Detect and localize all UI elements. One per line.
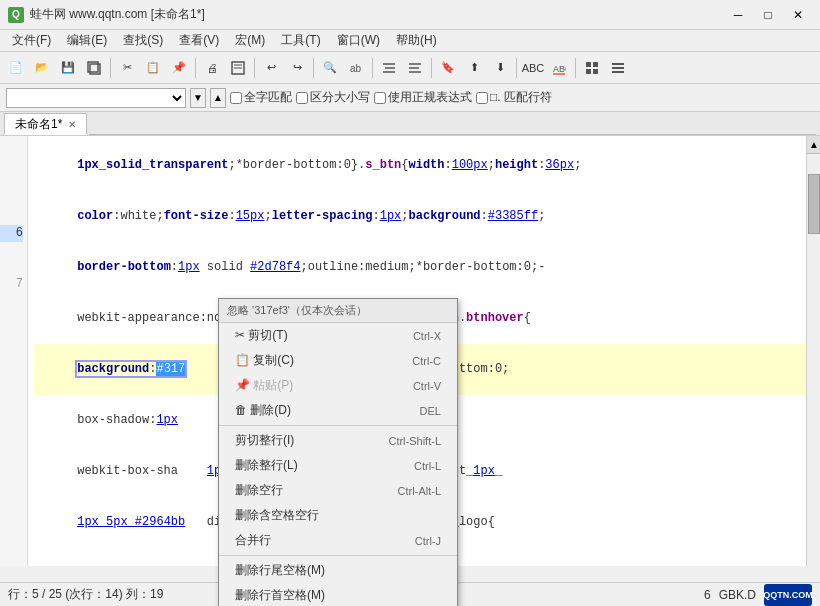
menu-window[interactable]: 窗口(W) — [329, 30, 388, 51]
menu-find[interactable]: 查找(S) — [115, 30, 171, 51]
ctx-sep-1 — [219, 425, 457, 426]
line-numbers: 6 7 — [0, 136, 28, 566]
svg-rect-15 — [593, 62, 598, 67]
spell-button[interactable]: ABC — [521, 56, 545, 80]
ctx-del-line[interactable]: 删除整行(L) Ctrl-L — [219, 453, 457, 478]
prev-bookmark-button[interactable]: ⬆ — [462, 56, 486, 80]
tab-label: 未命名1* — [15, 116, 62, 133]
line-number — [0, 480, 23, 497]
ctx-del-trail-space[interactable]: 删除行尾空格(M) — [219, 558, 457, 583]
window-controls: ─ □ ✕ — [724, 5, 812, 25]
toolbar-sep-1 — [110, 58, 111, 78]
save-all-button[interactable] — [82, 56, 106, 80]
context-menu: 忽略 '317ef3'（仅本次会话） ✂ 剪切(T) Ctrl-X 📋 复制(C… — [218, 298, 458, 606]
svg-text:ab: ab — [350, 63, 362, 74]
menu-macro[interactable]: 宏(M) — [227, 30, 273, 51]
new-button[interactable]: 📄 — [4, 56, 28, 80]
regex-check-label[interactable]: 使用正规表达式 — [374, 89, 472, 106]
replace-button[interactable]: ab — [344, 56, 368, 80]
search-up-button[interactable]: ▲ — [210, 88, 226, 108]
menu-help[interactable]: 帮助(H) — [388, 30, 445, 51]
ctx-copy[interactable]: 📋 复制(C) Ctrl-C — [219, 348, 457, 373]
maximize-button[interactable]: □ — [754, 5, 782, 25]
copy-button[interactable]: 📋 — [141, 56, 165, 80]
outdent-button[interactable] — [403, 56, 427, 80]
grid-view-button[interactable] — [580, 56, 604, 80]
line-number — [0, 208, 23, 225]
line-number — [0, 463, 23, 480]
search-dropdown[interactable] — [6, 88, 186, 108]
toolbar-sep-4 — [313, 58, 314, 78]
title-bar: Q 蛙牛网 www.qqtn.com [未命名1*] ─ □ ✕ — [0, 0, 820, 30]
vertical-scrollbar[interactable]: ▲ — [806, 136, 820, 566]
list-view-button[interactable] — [606, 56, 630, 80]
save-button[interactable]: 💾 — [56, 56, 80, 80]
next-bookmark-button[interactable]: ⬇ — [488, 56, 512, 80]
menu-tools[interactable]: 工具(T) — [273, 30, 328, 51]
case-checkbox[interactable] — [296, 92, 308, 104]
menu-view[interactable]: 查看(V) — [171, 30, 227, 51]
ctx-delete[interactable]: 🗑 删除(D) DEL — [219, 398, 457, 423]
ctx-del-space-empty[interactable]: 删除含空格空行 — [219, 503, 457, 528]
undo-button[interactable]: ↩ — [259, 56, 283, 80]
toolbar-sep-8 — [575, 58, 576, 78]
line-number — [0, 310, 23, 327]
minimize-button[interactable]: ─ — [724, 5, 752, 25]
toolbar-sep-7 — [516, 58, 517, 78]
paste-button[interactable]: 📌 — [167, 56, 191, 80]
line-number — [0, 395, 23, 412]
toolbar-sep-2 — [195, 58, 196, 78]
line-number: 7 — [0, 276, 23, 293]
ctx-cut-line[interactable]: 剪切整行(I) Ctrl-Shift-L — [219, 428, 457, 453]
line-number — [0, 174, 23, 191]
dotmatch-check-label[interactable]: □. 匹配行符 — [476, 89, 552, 106]
dotmatch-checkbox[interactable] — [476, 92, 488, 104]
print-preview-button[interactable] — [226, 56, 250, 80]
ctx-del-empty[interactable]: 删除空行 Ctrl-Alt-L — [219, 478, 457, 503]
line-number — [0, 361, 23, 378]
fullword-check-label[interactable]: 全字匹配 — [230, 89, 292, 106]
toolbar-sep-3 — [254, 58, 255, 78]
menu-edit[interactable]: 编辑(E) — [59, 30, 115, 51]
svg-rect-17 — [593, 69, 598, 74]
line-number — [0, 429, 23, 446]
ctx-paste: 📌 粘贴(P) Ctrl-V — [219, 373, 457, 398]
bookmark-button[interactable]: 🔖 — [436, 56, 460, 80]
status-number: 6 — [704, 588, 711, 602]
line-number — [0, 242, 23, 259]
tab-close-button[interactable]: ✕ — [68, 119, 76, 130]
status-left: 行：5 / 25 (次行：14) 列：19 — [8, 586, 163, 603]
line-number — [0, 157, 23, 174]
ctx-cut[interactable]: ✂ 剪切(T) Ctrl-X — [219, 323, 457, 348]
redo-button[interactable]: ↪ — [285, 56, 309, 80]
spell2-button[interactable]: ABC — [547, 56, 571, 80]
fullword-checkbox[interactable] — [230, 92, 242, 104]
menu-file[interactable]: 文件(F) — [4, 30, 59, 51]
app-icon: Q — [8, 7, 24, 23]
close-button[interactable]: ✕ — [784, 5, 812, 25]
ctx-merge[interactable]: 合并行 Ctrl-J — [219, 528, 457, 553]
tab-unnamed1[interactable]: 未命名1* ✕ — [4, 113, 87, 135]
title-bar-left: Q 蛙牛网 www.qqtn.com [未命名1*] — [8, 6, 205, 23]
search-bar: ▼ ▲ 全字匹配 区分大小写 使用正规表达式 □. 匹配行符 — [0, 84, 820, 112]
cut-button[interactable]: ✂ — [115, 56, 139, 80]
toolbar: 📄 📂 💾 ✂ 📋 📌 🖨 ↩ ↪ 🔍 ab 🔖 ⬆ ⬇ ABC ABC — [0, 52, 820, 84]
ctx-del-lead-space[interactable]: 删除行首空格(M) — [219, 583, 457, 606]
svg-rect-16 — [586, 69, 591, 74]
line-number — [0, 514, 23, 531]
indent-button[interactable] — [377, 56, 401, 80]
qqtn-logo: QQTN.COM — [763, 590, 813, 600]
print-button[interactable]: 🖨 — [200, 56, 224, 80]
line-number — [0, 446, 23, 463]
scrollbar-thumb[interactable] — [808, 174, 820, 234]
context-menu-header: 忽略 '317ef3'（仅本次会话） — [219, 299, 457, 323]
line-number-active: 6 — [0, 225, 23, 242]
line-number — [0, 412, 23, 429]
case-check-label[interactable]: 区分大小写 — [296, 89, 370, 106]
status-right: 6 GBK.D QQTN.COM — [704, 584, 812, 606]
find-button[interactable]: 🔍 — [318, 56, 342, 80]
open-button[interactable]: 📂 — [30, 56, 54, 80]
search-down-button[interactable]: ▼ — [190, 88, 206, 108]
code-line: color:white;font-size:15px;letter-spacin… — [34, 191, 814, 242]
regex-checkbox[interactable] — [374, 92, 386, 104]
